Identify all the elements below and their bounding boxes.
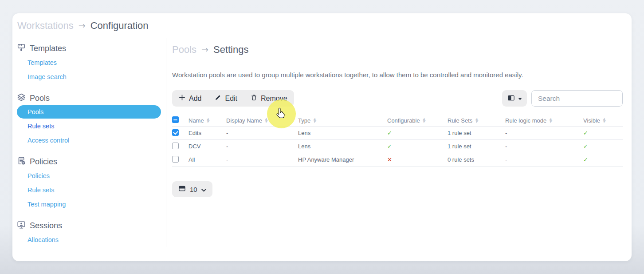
cell-rule-logic-mode: - [505,143,583,150]
section-label: Pools [30,94,50,103]
rows-icon [178,185,186,194]
check-icon: ✓ [583,143,588,150]
cell-name: All [188,156,226,163]
select-all-cell [172,116,188,124]
sort-icon: ▲▼ [549,118,552,123]
breadcrumb-parent[interactable]: Pools [172,44,196,56]
sidebar-item-pools[interactable]: Pools [17,105,161,119]
check-icon: ✓ [583,156,588,163]
column-header-visible[interactable]: Visible▲▼ [583,117,623,124]
sidebar-item-image-search[interactable]: Image search [17,70,166,84]
sidebar-section-policies: Policies Policies Rule sets Test mapping [17,156,166,211]
page-header: Workstations → Configuration [12,13,632,38]
sidebar-section-sessions: Sessions Allocations [17,220,166,247]
remove-button[interactable]: Remove [244,90,294,107]
column-header-name[interactable]: Name▲▼ [188,117,226,124]
section-header-templates: Templates [17,43,166,54]
sort-icon: ▲▼ [265,118,267,123]
description-text: Workstation pools are used to group mult… [172,71,623,79]
cell-display-name: - [226,156,298,163]
sidebar-item-policy-rule-sets[interactable]: Rule sets [17,183,166,197]
brush-icon [17,43,26,54]
table-row[interactable]: All-HP Anyware Manager✕0 rule sets-✓ [172,153,623,167]
column-header-configurable[interactable]: Configurable▲▼ [387,117,448,124]
edit-button[interactable]: Edit [208,90,244,107]
pagination: 10 [172,181,623,197]
cell-display-name: - [226,143,298,150]
section-label: Policies [30,157,57,167]
plus-icon [179,94,185,103]
configuration-panel: Workstations → Configuration Te [12,13,632,261]
chevron-down-icon [201,186,206,193]
trash-icon [251,94,257,103]
cell-type: Lens [298,143,387,150]
check-icon: ✓ [387,143,392,150]
sidebar-item-access-control[interactable]: Access control [17,133,166,147]
rows-per-page-button[interactable]: 10 [172,181,212,197]
section-breadcrumb: Pools → Settings [172,44,623,56]
row-checkbox[interactable] [172,156,179,163]
pencil-icon [215,94,221,103]
toolbar: Add Edit [172,90,623,107]
section-title: Settings [213,44,249,56]
table-header-row: Name▲▼ Display Name▲▼ Type▲▼ Configurabl… [172,115,623,127]
section-header-pools: Pools [17,93,166,103]
row-checkbox[interactable] [172,129,179,136]
caret-down-icon [518,95,522,102]
sidebar: Templates Templates Image search [12,38,166,247]
action-button-group: Add Edit [172,90,294,107]
sidebar-item-policies[interactable]: Policies [17,169,166,183]
cell-rule-logic-mode: - [505,156,583,163]
cell-rule-sets: 1 rule set [448,143,505,150]
cell-type: Lens [298,130,387,136]
column-visibility-button[interactable] [502,90,527,107]
section-label: Sessions [30,221,62,230]
select-all-checkbox[interactable] [172,116,179,123]
sidebar-item-allocations[interactable]: Allocations [17,233,166,247]
session-monitor-icon [17,220,26,231]
pools-table: Name▲▼ Display Name▲▼ Type▲▼ Configurabl… [172,115,623,167]
cross-icon: ✕ [387,156,392,163]
section-header-sessions: Sessions [17,220,166,231]
page-title: Configuration [90,20,149,32]
sort-icon: ▲▼ [423,118,425,123]
column-header-type[interactable]: Type▲▼ [298,117,387,124]
sidebar-item-pool-rule-sets[interactable]: Rule sets [17,119,166,133]
column-header-display-name[interactable]: Display Name▲▼ [226,117,298,124]
breadcrumb-parent[interactable]: Workstations [17,20,74,32]
column-header-rule-logic-mode[interactable]: Rule logic mode▲▼ [505,117,583,124]
add-button[interactable]: Add [172,90,208,107]
cell-name: Edits [188,130,226,136]
cell-display-name: - [226,130,298,136]
columns-icon [507,94,515,103]
cell-rule-sets: 1 rule set [448,130,505,136]
cell-rule-logic-mode: - [505,130,583,136]
policy-check-icon [17,156,26,167]
sidebar-item-test-mapping[interactable]: Test mapping [17,197,166,211]
sidebar-item-templates[interactable]: Templates [17,56,166,70]
table-row[interactable]: DCV-Lens✓1 rule set-✓ [172,140,623,153]
sidebar-section-templates: Templates Templates Image search [17,43,166,84]
search-input[interactable] [531,90,623,107]
arrow-right-icon: → [201,44,208,54]
check-icon: ✓ [387,130,392,136]
cell-name: DCV [188,143,226,150]
table-row[interactable]: Edits-Lens✓1 rule set-✓ [172,127,623,140]
main-content: Pools → Settings Workstation pools are u… [166,38,632,247]
layers-icon [17,93,26,104]
sort-icon: ▲▼ [207,118,209,123]
section-header-policies: Policies [17,156,166,167]
sidebar-section-pools: Pools Pools Rule sets Access control [17,93,166,147]
sort-icon: ▲▼ [475,118,478,123]
section-label: Templates [30,44,66,53]
breadcrumb: Workstations → Configuration [17,20,632,32]
row-checkbox[interactable] [172,143,179,149]
cell-rule-sets: 0 rule sets [448,156,505,163]
check-icon: ✓ [583,130,588,136]
sort-icon: ▲▼ [313,118,316,123]
arrow-right-icon: → [79,20,86,30]
cell-type: HP Anyware Manager [298,156,387,163]
rows-per-page-value: 10 [190,186,197,193]
column-header-rule-sets[interactable]: Rule Sets▲▼ [448,117,505,124]
sort-icon: ▲▼ [603,118,605,123]
